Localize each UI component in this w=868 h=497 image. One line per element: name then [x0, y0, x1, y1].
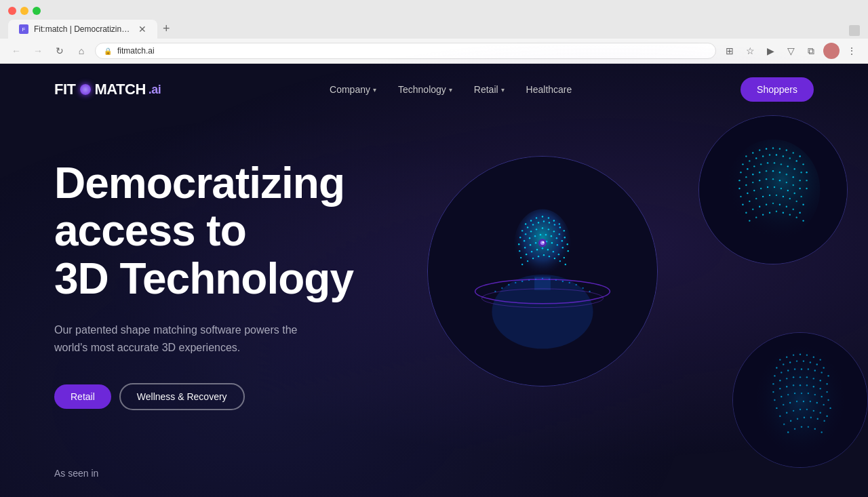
hero-section: Democratizing access to 3D Technology Ou…	[0, 115, 868, 454]
retail-button[interactable]: Retail	[54, 384, 111, 409]
navbar: FIT MATCH .ai Company ▾ Technology ▾ Ret	[0, 64, 868, 115]
logo-dot-icon	[80, 84, 91, 95]
svg-point-13	[532, 224, 534, 225]
svg-point-261	[821, 431, 822, 433]
svg-point-234	[789, 402, 791, 403]
svg-point-257	[794, 428, 795, 429]
svg-point-25	[548, 228, 549, 230]
svg-point-17	[554, 224, 555, 225]
shoppers-cta-button[interactable]: Shoppers	[741, 77, 814, 102]
browser-tab-active[interactable]: F Fit:match | Democratizing Ac... ✕	[8, 20, 157, 39]
svg-point-112	[767, 162, 768, 163]
svg-point-260	[814, 428, 816, 429]
svg-point-203	[821, 372, 822, 373]
chevron-down-icon: ▾	[449, 86, 452, 94]
svg-point-256	[787, 431, 789, 433]
svg-point-233	[783, 404, 784, 405]
address-bar[interactable]: 🔒 fitmatch.ai	[95, 43, 716, 59]
svg-point-173	[769, 212, 770, 214]
svg-point-197	[781, 372, 782, 373]
svg-point-76	[555, 279, 557, 281]
svg-point-40	[524, 247, 526, 248]
traffic-light-green[interactable]	[33, 7, 41, 15]
svg-point-22	[530, 231, 532, 232]
svg-point-93	[772, 147, 774, 148]
svg-point-213	[826, 383, 827, 384]
svg-point-117	[800, 172, 802, 173]
lock-icon: 🔒	[104, 47, 112, 55]
svg-point-158	[789, 198, 791, 199]
svg-point-230	[821, 396, 822, 397]
nav-item-retail[interactable]: Retail ▾	[474, 84, 505, 95]
svg-point-107	[802, 163, 804, 165]
svg-point-191	[796, 360, 797, 361]
svg-point-217	[793, 384, 794, 386]
svg-point-29	[518, 243, 519, 245]
svg-point-63	[549, 256, 550, 257]
traffic-light-yellow[interactable]	[20, 7, 28, 15]
svg-point-128	[799, 180, 800, 181]
traffic-light-red[interactable]	[8, 7, 16, 15]
wellness-recovery-button[interactable]: Wellness & Recovery	[119, 383, 245, 410]
svg-point-116	[794, 168, 795, 170]
logo[interactable]: FIT MATCH .ai	[54, 81, 161, 98]
svg-point-170	[749, 220, 750, 221]
svg-point-67	[494, 291, 496, 292]
hero-subtitle: Our patented shape matching software pow…	[54, 321, 312, 356]
translate-button[interactable]: ⊞	[722, 43, 738, 59]
svg-point-220	[813, 386, 814, 387]
bookmark-button[interactable]: ☆	[742, 43, 758, 59]
svg-point-227	[801, 393, 802, 394]
svg-point-200	[801, 368, 802, 370]
forward-button[interactable]: →	[30, 43, 46, 59]
hero-buttons: Retail Wellness & Recovery	[54, 383, 393, 410]
svg-point-216	[786, 386, 787, 387]
tab-title: Fit:match | Democratizing Ac...	[34, 24, 133, 34]
svg-point-7	[542, 216, 543, 217]
svg-point-247	[820, 412, 821, 414]
svg-point-188	[776, 367, 777, 368]
back-button[interactable]: ←	[8, 43, 24, 59]
extensions-button[interactable]: ⧉	[803, 43, 819, 59]
svg-point-11	[521, 230, 523, 231]
svg-point-80	[582, 287, 583, 289]
svg-point-137	[786, 182, 787, 183]
svg-point-164	[766, 204, 767, 205]
svg-point-124	[772, 170, 774, 172]
svg-point-192	[803, 360, 804, 361]
nav-item-healthcare[interactable]: Healthcare	[526, 84, 572, 95]
svg-point-53	[542, 247, 543, 249]
new-tab-button[interactable]: +	[157, 19, 176, 39]
svg-point-143	[753, 190, 755, 191]
logo-fit: FIT	[54, 81, 76, 98]
svg-point-134	[766, 178, 767, 180]
home-button[interactable]: ⌂	[73, 43, 90, 59]
svg-point-159	[795, 201, 797, 202]
svg-point-69	[508, 284, 509, 285]
svg-point-81	[589, 291, 590, 292]
svg-point-91	[759, 149, 760, 151]
svg-point-199	[794, 368, 795, 370]
reload-button[interactable]: ↻	[52, 43, 68, 59]
menu-button[interactable]: ⋮	[844, 43, 860, 59]
filter-button[interactable]: ▽	[783, 43, 799, 59]
browser-traffic-lights	[0, 0, 868, 15]
chevron-down-icon: ▾	[501, 86, 505, 94]
close-tab-icon[interactable]: ✕	[138, 24, 146, 35]
svg-point-196	[774, 375, 775, 376]
svg-point-60	[532, 258, 534, 259]
nav-item-company[interactable]: Company ▾	[330, 84, 376, 95]
nav-item-technology[interactable]: Technology ▾	[398, 84, 452, 95]
svg-point-152	[749, 201, 750, 202]
profile-button[interactable]	[823, 43, 840, 59]
svg-point-42	[535, 242, 536, 243]
circle-top-right	[698, 115, 848, 264]
svg-point-251	[797, 418, 798, 420]
media-button[interactable]: ▶	[762, 43, 778, 59]
svg-point-151	[742, 204, 743, 205]
browser-actions: ⊞ ☆ ▶ ▽ ⧉ ⋮	[722, 43, 860, 59]
svg-point-241	[779, 416, 781, 417]
svg-point-178	[802, 220, 804, 221]
svg-point-235	[796, 401, 797, 402]
hero-title-line2: access to	[54, 206, 246, 255]
